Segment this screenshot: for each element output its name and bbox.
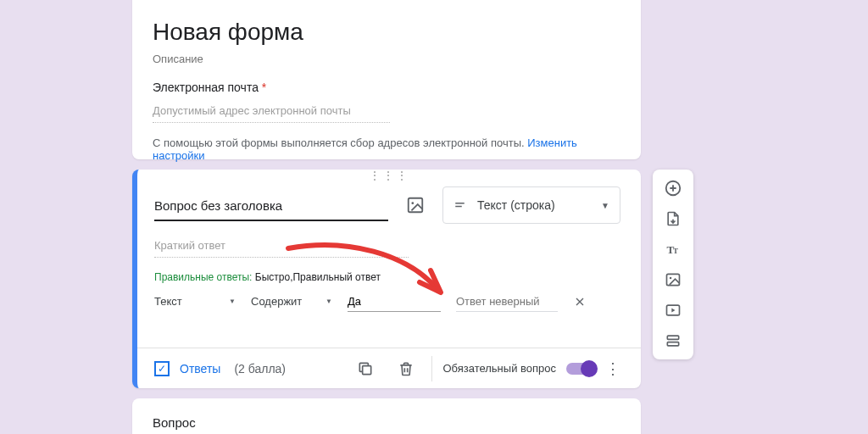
question-footer: ✓ Ответы (2 балла) Обязательный вопрос ⋮	[137, 348, 641, 388]
form-header-card: Новая форма Описание Электронная почта *…	[132, 0, 641, 159]
validation-error-input[interactable]	[456, 292, 558, 312]
svg-rect-12	[667, 342, 678, 346]
divider	[431, 356, 432, 381]
image-icon	[665, 271, 682, 288]
copy-icon	[357, 360, 374, 377]
email-notice: С помощью этой формы выполняется сбор ад…	[153, 136, 620, 162]
short-answer-placeholder: Краткий ответ	[154, 239, 409, 258]
email-label: Электронная почта	[153, 81, 259, 94]
validation-kind-select[interactable]: Текст ▼	[154, 290, 236, 314]
validation-value-input[interactable]	[348, 292, 441, 312]
svg-rect-4	[363, 365, 371, 374]
close-icon	[573, 295, 587, 309]
add-video-button[interactable]	[658, 297, 688, 324]
add-title-button[interactable]: TT	[658, 236, 688, 263]
more-options-button[interactable]: ⋮	[605, 359, 620, 378]
add-question-button[interactable]	[658, 175, 688, 202]
import-questions-button[interactable]	[658, 205, 688, 232]
validation-op-select[interactable]: Содержит ▼	[251, 290, 332, 314]
add-section-button[interactable]	[658, 327, 688, 354]
delete-button[interactable]	[391, 353, 421, 384]
add-image-button-toolbar[interactable]	[658, 266, 688, 293]
answer-key-label[interactable]: Ответы	[180, 362, 220, 376]
email-placeholder: Допустимый адрес электронной почты	[153, 104, 390, 123]
question-title: Вопрос	[153, 415, 620, 430]
svg-rect-3	[455, 206, 462, 208]
add-icon	[664, 179, 682, 198]
import-icon	[665, 210, 682, 227]
chevron-down-icon: ▼	[229, 298, 236, 305]
svg-rect-8	[667, 274, 680, 285]
add-image-button[interactable]	[398, 188, 432, 222]
floating-toolbar: TT	[653, 170, 693, 359]
correct-answers-values: Быстро,Правильный ответ	[255, 271, 381, 283]
validation-row: Текст ▼ Содержит ▼	[137, 287, 641, 314]
question-type-select[interactable]: Текст (строка) ▼	[442, 186, 620, 224]
short-text-icon	[453, 198, 469, 213]
question-card-next[interactable]: Вопрос	[132, 398, 641, 434]
svg-point-1	[411, 202, 414, 204]
svg-text:T: T	[673, 247, 678, 255]
svg-point-9	[670, 277, 672, 280]
required-toggle[interactable]	[566, 363, 595, 375]
question-title-input[interactable]: Вопрос без заголовка	[154, 190, 388, 221]
remove-validation-button[interactable]	[573, 295, 593, 309]
duplicate-button[interactable]	[350, 353, 381, 384]
svg-rect-11	[667, 336, 678, 339]
chevron-down-icon: ▼	[326, 298, 332, 305]
answer-key-checkbox[interactable]: ✓	[154, 361, 170, 376]
correct-answers: Правильные ответы: Быстро,Правильный отв…	[154, 271, 620, 283]
svg-rect-0	[409, 198, 423, 213]
drag-handle-icon[interactable]: ⋮⋮⋮	[137, 170, 641, 181]
chevron-down-icon: ▼	[601, 201, 609, 210]
title-icon: TT	[665, 241, 682, 258]
required-marker: *	[262, 81, 266, 94]
video-icon	[665, 302, 682, 319]
trash-icon	[398, 360, 415, 377]
svg-rect-2	[455, 203, 465, 204]
section-icon	[665, 332, 682, 349]
points-label: (2 балла)	[234, 362, 286, 376]
image-icon	[406, 196, 425, 214]
correct-answers-label: Правильные ответы:	[154, 271, 252, 283]
required-label: Обязательный вопрос	[442, 362, 556, 375]
question-card: ⋮⋮⋮ Вопрос без заголовка Текст (строка) …	[132, 170, 641, 388]
form-title[interactable]: Новая форма	[153, 19, 620, 46]
form-description[interactable]: Описание	[153, 53, 620, 65]
